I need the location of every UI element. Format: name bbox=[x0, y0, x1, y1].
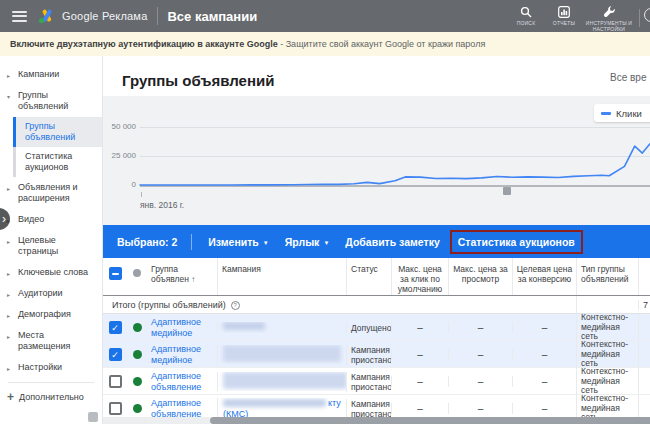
sidebar-item-videos[interactable]: ▸ Видео bbox=[0, 209, 102, 230]
sidebar-subitem-ad-groups[interactable]: Группы объявлений bbox=[13, 117, 102, 147]
legend-label: Клики bbox=[616, 108, 642, 119]
sidebar-item-audiences[interactable]: ▸ Аудитории bbox=[0, 283, 102, 304]
label-menu-button[interactable]: Ярлык▼ bbox=[285, 236, 330, 248]
security-notification-banner[interactable]: Включите двухэтапную аутентификацию в ак… bbox=[0, 32, 650, 56]
redacted-text bbox=[223, 322, 265, 330]
divider bbox=[639, 9, 640, 27]
table-row[interactable]: Адаптивное медийное Допущено – – – Конте… bbox=[103, 314, 650, 341]
max-cpv-value: – bbox=[448, 403, 512, 414]
status-dot-header bbox=[127, 258, 147, 295]
ad-group-link[interactable]: Адаптивное объявление bbox=[147, 371, 217, 392]
tools-settings-button[interactable]: ИНСТРУМЕНТЫ И НАСТРОЙКИ bbox=[583, 5, 635, 32]
column-header-status[interactable]: Статус bbox=[346, 258, 391, 295]
search-button[interactable]: ПОИСК bbox=[507, 5, 545, 26]
max-cpc-value: – bbox=[391, 322, 448, 333]
campaign-cell-redacted[interactable] bbox=[217, 345, 346, 365]
target-cpa-value: – bbox=[512, 349, 576, 360]
column-header-campaign[interactable]: Кампания bbox=[217, 258, 346, 295]
sidebar-item-keywords[interactable]: ▸ Ключевые слова bbox=[0, 262, 102, 283]
current-page-title: Все кампании bbox=[167, 9, 257, 24]
search-icon bbox=[520, 5, 532, 18]
status-dot-icon bbox=[133, 269, 141, 277]
ad-group-link[interactable]: Адаптивное медийное bbox=[147, 344, 217, 365]
target-cpa-value: – bbox=[512, 322, 576, 333]
add-note-button[interactable]: Добавить заметку bbox=[345, 236, 439, 248]
campaign-cell-redacted[interactable]: кту (КМС) bbox=[217, 398, 346, 419]
sidebar-item-landing-pages[interactable]: ▸ Целевые страницы bbox=[0, 230, 102, 262]
column-header-target-cpa[interactable]: Целевая цена за конверсию bbox=[512, 258, 576, 295]
navigation-sidebar: ▸ Кампании ▾ Группы объявлений Группы об… bbox=[0, 56, 103, 424]
top-app-bar: Google Реклама Все кампании ПОИСК ОТЧЕТЫ… bbox=[0, 0, 650, 32]
divider bbox=[191, 234, 192, 250]
sidebar-item-campaigns[interactable]: ▸ Кампании bbox=[0, 64, 102, 85]
max-cpv-value: – bbox=[448, 349, 512, 360]
table-header-row: Группа объявлен ↑ Кампания Статус Макс. … bbox=[103, 258, 650, 296]
chevron-down-icon: ▼ bbox=[323, 240, 329, 246]
chevron-down-icon: ▾ bbox=[7, 92, 10, 103]
row-checkbox[interactable] bbox=[109, 348, 122, 361]
sidebar-item-placements[interactable]: ▸ Места размещения bbox=[0, 325, 102, 357]
page-header: Группы объявлений Все вре bbox=[103, 56, 650, 96]
column-header-cropped bbox=[638, 258, 650, 295]
status-enabled-icon bbox=[133, 350, 142, 359]
sort-ascending-icon: ↑ bbox=[191, 275, 195, 284]
row-status: Кампания приостановл bbox=[346, 372, 391, 392]
group-type: Контекстно-медийная сеть bbox=[576, 340, 638, 369]
ad-group-link[interactable]: Адаптивное медийное bbox=[147, 317, 217, 338]
row-checkbox[interactable] bbox=[109, 321, 122, 334]
y-tick-label: 0 bbox=[103, 180, 136, 189]
sidebar-item-ad-groups[interactable]: ▾ Группы объявлений bbox=[0, 85, 102, 117]
chevron-right-icon: ▸ bbox=[7, 290, 10, 301]
horizontal-scrollbar-thumb[interactable] bbox=[210, 417, 650, 424]
edit-menu-button[interactable]: Изменить▼ bbox=[208, 236, 268, 248]
ad-group-link[interactable]: Адаптивное объявление bbox=[147, 398, 217, 419]
max-cpc-value: – bbox=[391, 349, 448, 360]
target-cpa-value: – bbox=[512, 403, 576, 414]
column-header-group[interactable]: Группа объявлен ↑ bbox=[147, 258, 217, 295]
column-header-max-cpv[interactable]: Макс. цена за просмотр bbox=[448, 258, 512, 295]
status-enabled-icon bbox=[133, 323, 142, 332]
redacted-text bbox=[223, 345, 341, 362]
metric-selector[interactable]: Клики ▼ bbox=[594, 104, 650, 122]
help-icon[interactable]: ? bbox=[231, 301, 240, 310]
sidebar-item-demographics[interactable]: ▸ Демография bbox=[0, 304, 102, 325]
clicks-line-chart bbox=[140, 120, 650, 190]
column-header-type[interactable]: Тип группы объявлений bbox=[576, 258, 638, 295]
cropped-ui-fragment bbox=[88, 412, 98, 422]
banner-link[interactable]: Включите двухэтапную аутентификацию в ак… bbox=[10, 39, 278, 49]
column-header-max-cpc[interactable]: Макс. цена за клик по умолчанию bbox=[391, 258, 448, 295]
chevron-right-icon: ▸ bbox=[7, 237, 10, 248]
auction-insights-button[interactable]: Статистика аукционов bbox=[450, 230, 583, 254]
selection-toolbar: Выбрано: 2 Изменить▼ Ярлык▼ Добавить зам… bbox=[103, 225, 650, 258]
timeline-scrub-handle[interactable] bbox=[503, 187, 511, 195]
row-checkbox[interactable] bbox=[109, 402, 122, 415]
row-checkbox[interactable] bbox=[109, 375, 122, 388]
menu-icon[interactable] bbox=[12, 11, 27, 22]
sidebar-item-settings[interactable]: ▸ Настройки bbox=[0, 357, 102, 378]
selected-count: Выбрано: 2 bbox=[117, 236, 177, 248]
product-name: Google Реклама bbox=[62, 10, 147, 22]
sidebar-item-more[interactable]: + Дополнительно bbox=[0, 387, 102, 407]
campaign-cell-redacted[interactable] bbox=[217, 372, 346, 392]
ad-groups-submenu: Группы объявлений Статистика аукционов bbox=[0, 117, 102, 177]
date-range-selector[interactable]: Все вре bbox=[610, 72, 650, 83]
chevron-right-icon: ▸ bbox=[7, 269, 10, 280]
sidebar-item-ads-extensions[interactable]: ▸ Объявления и расширения bbox=[0, 177, 102, 209]
divider bbox=[8, 382, 94, 383]
page-title: Группы объявлений bbox=[122, 72, 274, 89]
totals-right-value: 7 bbox=[638, 300, 650, 310]
redacted-text bbox=[223, 372, 346, 389]
max-cpv-value: – bbox=[448, 322, 512, 333]
help-icon[interactable] bbox=[644, 8, 650, 22]
row-status: Допущено bbox=[346, 323, 391, 333]
max-cpc-value: – bbox=[391, 403, 448, 414]
chevron-down-icon: ▼ bbox=[263, 240, 269, 246]
reports-button[interactable]: ОТЧЕТЫ bbox=[545, 5, 583, 26]
legend-swatch bbox=[601, 112, 611, 115]
table-row[interactable]: Адаптивное объявление Кампания приостано… bbox=[103, 368, 650, 395]
banner-text: - Защитите свой аккаунт Google от кражи … bbox=[278, 39, 486, 49]
campaign-cell-redacted[interactable] bbox=[217, 322, 346, 333]
table-row[interactable]: Адаптивное медийное Кампания приостановл… bbox=[103, 341, 650, 368]
select-all-checkbox[interactable] bbox=[109, 267, 122, 280]
sidebar-subitem-auction-insights[interactable]: Статистика аукционов bbox=[13, 147, 102, 177]
